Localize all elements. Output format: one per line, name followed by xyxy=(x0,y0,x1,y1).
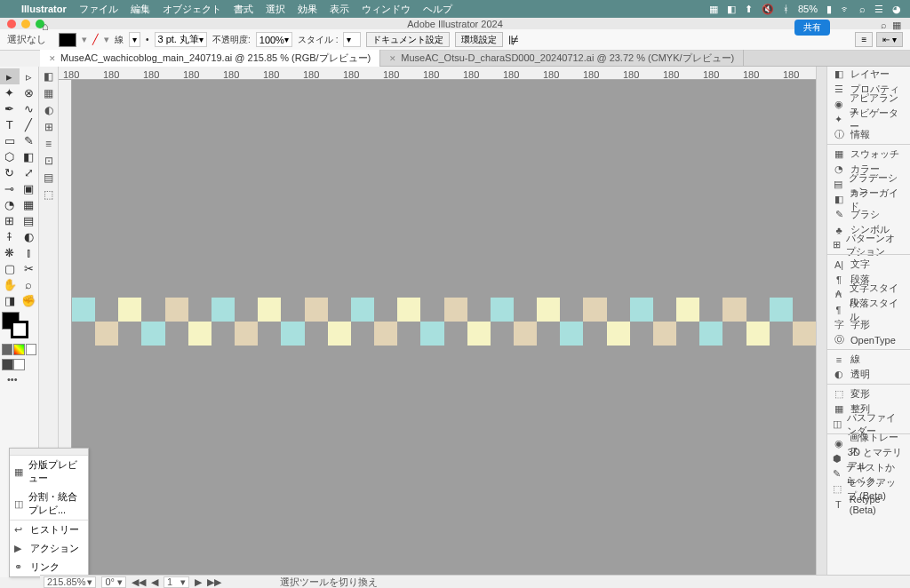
align-icon[interactable]: ⊯ xyxy=(508,33,519,47)
panel-Retype (Beta)[interactable]: TRetype (Beta) xyxy=(827,497,910,512)
line-tool[interactable]: ╱ xyxy=(20,116,39,132)
artboard-tool[interactable]: ▢ xyxy=(0,260,20,276)
opacity-field[interactable]: 100% ▾ xyxy=(256,32,292,47)
menu-help[interactable]: ヘルプ xyxy=(423,3,452,16)
color-mode-none[interactable] xyxy=(26,344,36,355)
hand-tool[interactable]: ✋ xyxy=(0,276,20,292)
menu-object[interactable]: オブジェクト xyxy=(163,3,221,16)
rotate-tool[interactable]: ↻ xyxy=(0,164,20,180)
dock-icon[interactable]: ▦ xyxy=(42,86,56,100)
selection-tool[interactable]: ▸ xyxy=(0,68,20,84)
panel-drag-handle[interactable] xyxy=(10,449,88,456)
panel-段落スタイル[interactable]: ¶段落スタイル xyxy=(827,302,910,317)
battery-icon[interactable]: ▮ xyxy=(826,4,832,15)
close-tab-icon[interactable]: ✕ xyxy=(389,54,396,63)
panel-レイヤー[interactable]: ◧レイヤー xyxy=(827,67,910,82)
control-center-icon[interactable]: ☰ xyxy=(874,4,883,15)
artboard-next-icon[interactable]: ▶ xyxy=(195,576,202,588)
screen-mode-2[interactable] xyxy=(13,359,25,370)
close-window[interactable] xyxy=(7,20,16,28)
links-panel[interactable]: ⚭リンク xyxy=(10,558,88,576)
canvas[interactable]: 1801801801801801801801801801801801801801… xyxy=(59,67,816,577)
menu-effect[interactable]: 効果 xyxy=(298,3,317,16)
rotate-field[interactable]: 0° ▾ xyxy=(101,576,126,588)
status-icon[interactable]: ▦ xyxy=(709,4,718,15)
panel-変形[interactable]: ⬚変形 xyxy=(827,386,910,401)
doc-tab-2[interactable]: ✕MuseAC_Otsu-D_charaSD000_20240712.ai @ … xyxy=(380,50,744,67)
zoom-tool[interactable]: ⌕ xyxy=(20,276,39,292)
panel-パスファインダー[interactable]: ◫パスファインダー xyxy=(827,417,910,432)
panel-透明[interactable]: ◐透明 xyxy=(827,367,910,382)
eyedropper-tool[interactable]: ⤉ xyxy=(0,228,20,244)
dock-icon[interactable]: ≡ xyxy=(42,137,56,151)
panel-toggle[interactable]: ≡ xyxy=(855,32,873,47)
mesh-tool[interactable]: ⊞ xyxy=(0,212,20,228)
user-icon[interactable]: ◕ xyxy=(892,4,901,15)
hand-tool-2[interactable]: ✊ xyxy=(20,292,39,308)
arrange-icon[interactable]: ▦ xyxy=(892,20,901,31)
type-tool[interactable]: T xyxy=(0,116,20,132)
panel-字形[interactable]: 字字形 xyxy=(827,317,910,332)
panel-線[interactable]: ≡線 xyxy=(827,352,910,367)
paintbrush-tool[interactable]: ✎ xyxy=(20,132,39,148)
share-button[interactable]: 共有 xyxy=(794,20,830,36)
document-setup-button[interactable]: ドキュメント設定 xyxy=(366,32,450,47)
dock-icon[interactable]: ◐ xyxy=(42,103,56,117)
menu-file[interactable]: ファイル xyxy=(79,3,118,16)
wifi-icon[interactable]: ᯤ xyxy=(841,4,850,14)
direct-selection-tool[interactable]: ▹ xyxy=(20,68,39,84)
symbol-sprayer-tool[interactable]: ❋ xyxy=(0,244,20,260)
perspective-tool[interactable]: ▦ xyxy=(20,196,39,212)
stroke-profile[interactable]: 3 pt. 丸筆 ▾ xyxy=(155,32,207,47)
search-icon[interactable]: ⌕ xyxy=(881,20,887,31)
menubar-app[interactable]: Illustrator xyxy=(21,4,67,14)
artboard-next-icon[interactable]: ▶▶ xyxy=(207,576,221,588)
dropdown-icon[interactable]: ▾ xyxy=(82,34,87,45)
panel-カラーガイド[interactable]: ◧カラーガイド xyxy=(827,192,910,207)
gradient-tool[interactable]: ▤ xyxy=(20,212,39,228)
graph-tool[interactable]: ⫿ xyxy=(20,244,39,260)
panel-スウォッチ[interactable]: ▦スウォッチ xyxy=(827,147,910,162)
close-tab-icon[interactable]: ✕ xyxy=(49,54,56,63)
color-mode-normal[interactable] xyxy=(2,344,12,355)
menu-type[interactable]: 書式 xyxy=(234,3,253,16)
lasso-tool[interactable]: ⊗ xyxy=(20,84,39,100)
minimize-window[interactable] xyxy=(21,20,30,28)
bg-toggle-tool[interactable]: ◨ xyxy=(0,292,20,308)
zoom-field[interactable]: 215.85% ▾ xyxy=(44,576,96,588)
artboard-prev-icon[interactable]: ◀ xyxy=(151,576,158,588)
ruler-horizontal[interactable]: 1801801801801801801801801801801801801801… xyxy=(59,67,816,80)
dropdown-icon[interactable]: ▾ xyxy=(104,34,109,45)
scale-tool[interactable]: ⤢ xyxy=(20,164,39,180)
home-icon[interactable]: ⌂ xyxy=(42,20,49,33)
magic-wand-tool[interactable]: ✦ xyxy=(0,84,20,100)
dock-icon[interactable]: ⊞ xyxy=(42,120,56,134)
menu-edit[interactable]: 編集 xyxy=(131,3,150,16)
history-panel[interactable]: ↩ヒストリー xyxy=(10,520,88,539)
shaper-tool[interactable]: ⬡ xyxy=(0,148,20,164)
dock-icon[interactable]: ⊡ xyxy=(42,154,56,168)
vertical-scrollbar[interactable] xyxy=(816,67,826,577)
stroke-weight[interactable]: ▾ xyxy=(129,32,140,47)
blend-tool[interactable]: ◐ xyxy=(20,228,39,244)
preferences-button[interactable]: 環境設定 xyxy=(455,32,503,47)
stroke-swatch-icon[interactable]: ╱ xyxy=(92,34,99,45)
slice-tool[interactable]: ✂ xyxy=(20,260,39,276)
panel-情報[interactable]: ⓘ情報 xyxy=(827,127,910,142)
panel-文字[interactable]: A|文字 xyxy=(827,257,910,272)
screen-mode[interactable] xyxy=(2,359,13,370)
panel-ブラシ[interactable]: ✎ブラシ xyxy=(827,207,910,222)
stroke-color[interactable] xyxy=(11,321,28,338)
search-icon[interactable]: ⌕ xyxy=(859,4,866,14)
separation-preview[interactable]: ▦分版プレビュー xyxy=(10,456,88,488)
pen-tool[interactable]: ✒ xyxy=(0,100,20,116)
artboard-prev-icon[interactable]: ◀◀ xyxy=(132,576,146,588)
doc-tab-1[interactable]: ✕MuseAC_wachicoblog_main_240719.ai @ 215… xyxy=(40,50,380,67)
dock-icon[interactable]: ▤ xyxy=(42,171,56,185)
menu-view[interactable]: 表示 xyxy=(330,3,349,16)
volume-icon[interactable]: 🔇 xyxy=(762,4,774,15)
rectangle-tool[interactable]: ▭ xyxy=(0,132,20,148)
floating-panel[interactable]: ▦分版プレビュー ◫分割・統合プレビ... ↩ヒストリー ▶アクション ⚭リンク xyxy=(9,448,89,577)
menu-window[interactable]: ウィンドウ xyxy=(362,3,411,16)
status-icon[interactable]: ⬆ xyxy=(745,4,753,15)
